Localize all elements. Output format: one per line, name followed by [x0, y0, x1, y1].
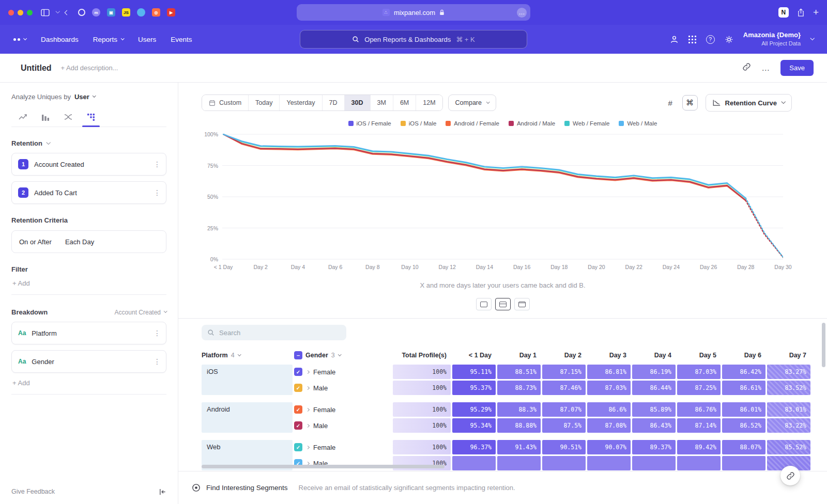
table-header-gender[interactable]: –Gender3: [294, 348, 391, 363]
retention-cell[interactable]: 86.61%: [722, 381, 765, 395]
blue-app-icon[interactable]: [137, 8, 145, 17]
date-range-12m[interactable]: 12M: [416, 95, 442, 111]
retention-cell[interactable]: 91.43%: [497, 440, 541, 454]
tab-retention[interactable]: [80, 108, 102, 127]
retention-cell[interactable]: 88.3%: [497, 402, 541, 417]
nav-item-events[interactable]: Events: [171, 36, 192, 43]
table-header-day[interactable]: Day 3: [587, 348, 631, 363]
retention-cell[interactable]: [452, 456, 496, 470]
gender-checkbox[interactable]: ✓: [294, 405, 302, 414]
back-icon[interactable]: [65, 10, 70, 15]
browser-sidebar-toggle-icon[interactable]: [41, 9, 50, 17]
table-search-input[interactable]: [219, 329, 341, 337]
chevron-right-icon[interactable]: [306, 370, 310, 373]
help-icon[interactable]: ?: [706, 35, 715, 44]
retention-cell[interactable]: 86.6%: [587, 402, 631, 417]
retention-cell[interactable]: [632, 456, 676, 470]
command-shortcut-icon[interactable]: ⌘: [682, 95, 698, 111]
apps-grid-icon[interactable]: [688, 36, 696, 43]
retention-cell[interactable]: 83.27%: [767, 365, 810, 379]
save-button[interactable]: Save: [780, 60, 814, 76]
kebab-menu-icon[interactable]: ⋮: [154, 329, 161, 337]
table-search[interactable]: [202, 325, 346, 340]
gender-row[interactable]: ✓Female: [294, 402, 391, 417]
kebab-menu-icon[interactable]: ⋮: [154, 160, 161, 168]
chevron-right-icon[interactable]: [306, 423, 310, 427]
more-options-icon[interactable]: …: [761, 64, 770, 73]
retention-cell[interactable]: 95.29%: [452, 402, 496, 417]
nav-item-users[interactable]: Users: [138, 36, 156, 43]
legend-item[interactable]: iOS / Female: [348, 120, 391, 127]
report-description-placeholder[interactable]: + Add description...: [61, 64, 118, 72]
date-range-30d[interactable]: 30D: [345, 95, 371, 111]
tab-insights[interactable]: [11, 108, 34, 127]
date-range-6m[interactable]: 6M: [393, 95, 416, 111]
retention-cell[interactable]: 87.25%: [677, 381, 721, 395]
legend-item[interactable]: Android / Male: [509, 120, 555, 127]
kebab-menu-icon[interactable]: ⋮: [154, 188, 161, 197]
retention-cell[interactable]: 86.81%: [587, 365, 631, 379]
legend-item[interactable]: Web / Female: [564, 120, 609, 127]
legend-item[interactable]: Android / Female: [446, 120, 499, 127]
collapse-sidebar-icon[interactable]: [159, 488, 166, 496]
minimize-window-button[interactable]: [18, 10, 23, 15]
retention-cell[interactable]: 87.46%: [542, 381, 586, 395]
retention-cell[interactable]: 85.52%: [767, 440, 810, 454]
total-profiles-cell[interactable]: 100%: [393, 365, 451, 379]
js-app-icon[interactable]: JS: [122, 8, 130, 17]
retention-cell[interactable]: 86.01%: [722, 402, 765, 417]
global-search[interactable]: Open Reports & Dashboards ⌘ + K: [300, 30, 527, 49]
add-filter-button[interactable]: + Add: [11, 273, 166, 295]
split-view-button[interactable]: [495, 298, 511, 310]
retention-cell[interactable]: 83.22%: [767, 418, 810, 433]
copy-link-icon[interactable]: [742, 62, 751, 73]
breakdown-scope-selector[interactable]: Account Created: [115, 309, 166, 316]
platform-cell[interactable]: iOS: [202, 365, 293, 395]
gender-row[interactable]: ✓Female: [294, 440, 391, 454]
date-range-yesterday[interactable]: Yesterday: [280, 95, 322, 111]
page-options-icon[interactable]: …: [517, 8, 527, 18]
red-app-icon[interactable]: ▶: [167, 8, 175, 17]
retention-cell[interactable]: [677, 456, 721, 470]
retention-cell[interactable]: 87.5%: [542, 418, 586, 433]
profiles-icon[interactable]: [670, 35, 679, 44]
table-header-day[interactable]: Day 2: [542, 348, 586, 363]
cube-app-icon[interactable]: ▣: [107, 8, 115, 17]
gear-icon[interactable]: [725, 35, 733, 44]
retention-cell[interactable]: 95.34%: [452, 418, 496, 433]
total-profiles-cell[interactable]: 100%: [393, 381, 451, 395]
table-header-day[interactable]: Day 5: [677, 348, 721, 363]
retention-cell[interactable]: 87.03%: [677, 365, 721, 379]
retention-cell[interactable]: 88.07%: [722, 440, 765, 454]
table-header-day[interactable]: Day 7: [767, 348, 810, 363]
retention-chart[interactable]: [222, 132, 783, 261]
tab-funnels[interactable]: [34, 108, 57, 127]
kebab-menu-icon[interactable]: ⋮: [154, 357, 161, 366]
legend-item[interactable]: Web / Male: [619, 120, 657, 127]
retention-cell[interactable]: 87.03%: [587, 381, 631, 395]
retention-criteria-card[interactable]: On or After Each Day: [11, 230, 166, 253]
sidebar-chevron-icon[interactable]: [55, 9, 59, 13]
retention-cell[interactable]: 83.52%: [767, 381, 810, 395]
retention-cell[interactable]: [542, 456, 586, 470]
chart-only-view-button[interactable]: [476, 298, 492, 310]
retention-step-b[interactable]: 2 Added To Cart ⋮: [11, 181, 166, 204]
breakdown-item-gender[interactable]: Aa Gender ⋮: [11, 350, 166, 373]
table-only-view-button[interactable]: [514, 298, 530, 310]
give-feedback-link[interactable]: Give Feedback: [11, 488, 55, 495]
retention-cell[interactable]: 87.15%: [542, 365, 586, 379]
legend-item[interactable]: iOS / Male: [401, 120, 437, 127]
total-profiles-cell[interactable]: 100%: [393, 418, 451, 433]
analyze-entity-selector[interactable]: User: [74, 93, 95, 101]
horizontal-scrollbar[interactable]: [202, 465, 445, 468]
date-range-7d[interactable]: 7D: [323, 95, 345, 111]
retention-cell[interactable]: [497, 456, 541, 470]
vertical-scrollbar[interactable]: [822, 323, 825, 367]
segments-title[interactable]: Find Interesting Segments: [206, 484, 288, 492]
gender-row[interactable]: ✓Male: [294, 418, 391, 433]
timer-app-icon[interactable]: [78, 9, 85, 16]
tab-flows[interactable]: [57, 108, 80, 127]
chevron-right-icon[interactable]: [306, 386, 310, 389]
chevron-right-icon[interactable]: [306, 445, 310, 449]
retention-cell[interactable]: 86.76%: [677, 402, 721, 417]
